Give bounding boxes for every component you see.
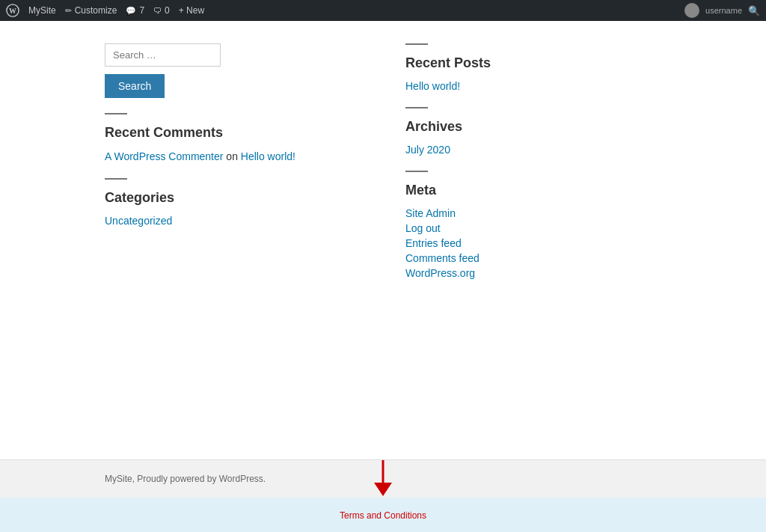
categories-divider [105, 178, 127, 180]
recent-posts-widget: Recent Posts Hello world! [405, 43, 661, 92]
meta-logout-link[interactable]: Log out [405, 222, 661, 234]
meta-wordpress-org-link[interactable]: WordPress.org [405, 267, 661, 279]
archive-july-2020-link[interactable]: July 2020 [405, 144, 661, 156]
customize-button[interactable]: ✏ Customize [65, 5, 117, 16]
main-content: Search Recent Comments A WordPress Comme… [0, 21, 766, 459]
archives-widget: Archives July 2020 [405, 107, 661, 156]
search-icon[interactable]: 🔍 [748, 5, 760, 16]
arrow-indicator [368, 460, 398, 498]
categories-title: Categories [105, 190, 361, 206]
archives-divider [405, 107, 428, 108]
on-text: on [226, 150, 238, 162]
recent-comments-entry: A WordPress Commenter on Hello world! [105, 150, 361, 163]
footer-text: MySite, Proudly powered by WordPress. [105, 474, 266, 484]
comment-post-link[interactable]: Hello world! [241, 150, 295, 162]
wp-logo-button[interactable]: W [6, 4, 19, 17]
widgets-grid: Search Recent Comments A WordPress Comme… [105, 43, 661, 294]
right-column: Recent Posts Hello world! Archives July … [405, 43, 661, 294]
meta-divider [405, 171, 428, 172]
meta-widget: Meta Site Admin Log out Entries feed Com… [405, 171, 661, 279]
page-wrapper: Search Recent Comments A WordPress Comme… [0, 21, 766, 532]
avatar[interactable] [684, 3, 699, 18]
archives-title: Archives [405, 119, 661, 135]
search-button[interactable]: Search [105, 74, 165, 98]
pending-button[interactable]: 🗨 0 [153, 5, 170, 16]
site-name-button[interactable]: MySite [28, 5, 56, 16]
svg-text:W: W [9, 7, 16, 15]
meta-site-admin-link[interactable]: Site Admin [405, 207, 661, 219]
search-input[interactable] [105, 43, 221, 67]
commenter-link[interactable]: A WordPress Commenter [105, 150, 223, 162]
svg-marker-3 [374, 483, 392, 496]
left-column: Search Recent Comments A WordPress Comme… [105, 43, 361, 294]
comments-button[interactable]: 💬 7 [126, 5, 144, 16]
category-uncategorized-link[interactable]: Uncategorized [105, 215, 361, 227]
recent-post-hello-world-link[interactable]: Hello world! [405, 80, 661, 92]
recent-posts-title: Recent Posts [405, 55, 661, 71]
categories-widget: Categories Uncategorized [105, 178, 361, 227]
username-text: username [705, 6, 742, 15]
search-widget: Search [105, 43, 361, 98]
bottom-bar: Terms and Conditions [0, 498, 766, 532]
meta-entries-feed-link[interactable]: Entries feed [405, 237, 661, 249]
recent-comments-divider [105, 113, 127, 114]
admin-bar-right: username 🔍 [684, 3, 760, 18]
meta-comments-feed-link[interactable]: Comments feed [405, 252, 661, 264]
meta-title: Meta [405, 183, 661, 198]
recent-comments-title: Recent Comments [105, 125, 361, 141]
terms-conditions-link[interactable]: Terms and Conditions [340, 510, 426, 521]
new-button[interactable]: + New [179, 5, 204, 16]
recent-comments-widget: Recent Comments A WordPress Commenter on… [105, 113, 361, 163]
recent-posts-divider [405, 43, 428, 45]
admin-bar: W MySite ✏ Customize 💬 7 🗨 0 + New usern… [0, 0, 766, 21]
